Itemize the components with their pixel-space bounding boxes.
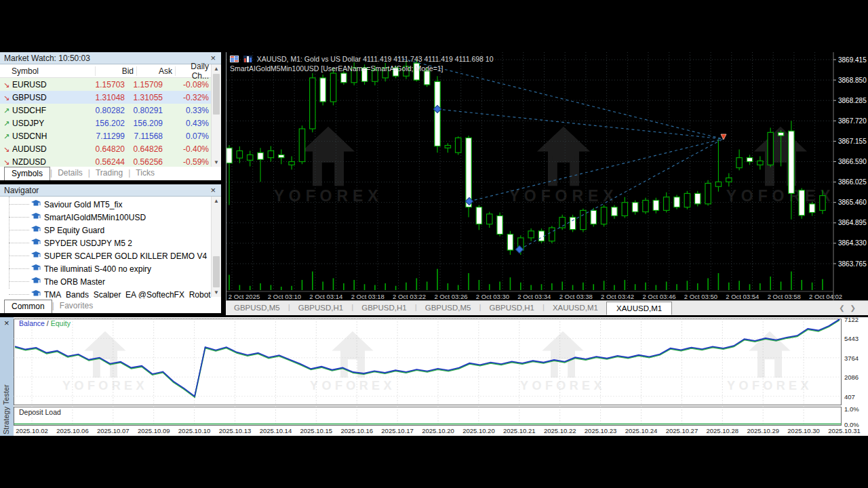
balance-legend: Balance	[19, 319, 45, 327]
market-watch-title: Market Watch: 10:50:03	[4, 54, 90, 63]
navigator-ea-item[interactable]: SPYDER USDJPY M5 2	[0, 237, 221, 249]
navigator-scrollbar[interactable]: ▲ ▼	[211, 197, 221, 297]
chart-tab-gbpusd-h1[interactable]: GBPUSD,H1	[353, 301, 414, 315]
market-watch-row[interactable]: ↘EURUSD1.157031.15709-0.08%	[0, 78, 221, 91]
svg-text:3867.155: 3867.155	[838, 138, 867, 145]
svg-text:7122: 7122	[844, 317, 859, 323]
trend-up-icon: ↗	[3, 106, 12, 115]
tab-common[interactable]: Common	[4, 300, 52, 313]
svg-text:2 Oct 2025: 2 Oct 2025	[229, 293, 260, 300]
scroll-down-icon[interactable]: ▼	[212, 158, 221, 167]
svg-text:3764: 3764	[844, 354, 859, 362]
svg-text:2 Oct 03:14: 2 Oct 03:14	[309, 293, 342, 300]
svg-text:2 Oct 03:30: 2 Oct 03:30	[476, 293, 509, 300]
quotes-grid-icon[interactable]	[230, 56, 239, 64]
chart-tab-gbpusd-m5[interactable]: GBPUSD,M5	[417, 301, 479, 315]
chart-tab-xauusd-m1[interactable]: XAUUSD,M1	[606, 302, 672, 315]
navigator-ea-item[interactable]: The ORB Master	[0, 275, 221, 288]
chart-tab-gbpusd-h1[interactable]: GBPUSD,H1	[290, 301, 351, 315]
yoforex-watermark: YOFOREX	[310, 331, 395, 392]
tester-chart[interactable]: YOFOREXYOFOREXYOFOREXYOFOREX712254433764…	[14, 317, 868, 436]
tab-details[interactable]: Details	[52, 167, 88, 180]
navigator-ea-item[interactable]: The illuminati S-400 no expiry	[0, 262, 221, 275]
svg-text:2025.10.30: 2025.10.30	[787, 427, 820, 434]
svg-text:YOFOREX: YOFOREX	[62, 379, 148, 392]
tester-legend: Balance / Equity	[19, 319, 71, 327]
market-watch-row[interactable]: ↘AUDUSD0.648200.64826-0.40%	[0, 142, 221, 155]
navigator-tree: Saviour Gold MT5_fixSmartAIGoldM5Min100U…	[0, 197, 221, 298]
price-chart[interactable]: YOFOREXYOFOREXYOFOREX3869.4153868.850386…	[226, 52, 868, 300]
navigator-titlebar[interactable]: Navigator ×	[0, 184, 221, 197]
market-watch-header: Symbol Bid Ask Daily Ch...	[0, 64, 221, 78]
scroll-up-icon[interactable]: ▲	[212, 197, 221, 205]
market-watch-row[interactable]: ↘GBPUSD1.310481.31055-0.32%	[0, 91, 221, 104]
close-icon[interactable]: ×	[3, 319, 11, 327]
chart-tab-gbpusd-h1[interactable]: GBPUSD,H1	[481, 301, 542, 315]
scroll-up-icon[interactable]: ▲	[212, 64, 221, 73]
svg-text:2 Oct 03:42: 2 Oct 03:42	[601, 293, 634, 300]
tab-scroll-arrows[interactable]: ❮❯	[839, 301, 868, 315]
chart-tab-xauusd-m1[interactable]: XAUUSD,M1	[545, 301, 606, 315]
market-watch-row[interactable]: ↗USDCNH7.112997.115680.07%	[0, 129, 221, 142]
svg-text:2025.10.20: 2025.10.20	[462, 427, 495, 434]
chart-tab-gbpusd-m5[interactable]: GBPUSD,M5	[226, 301, 288, 315]
trendline	[397, 58, 723, 139]
market-watch-row[interactable]: ↗USDCHF0.802820.802910.33%	[0, 104, 221, 117]
svg-text:YOFOREX: YOFOREX	[727, 379, 812, 392]
yoforex-watermark: YOFOREX	[727, 331, 812, 392]
navigator-ea-item[interactable]: Saviour Gold MT5_fix	[0, 198, 221, 211]
trend-down-icon: ↘	[3, 145, 12, 154]
svg-text:YOFOREX: YOFOREX	[520, 379, 606, 392]
chart-window[interactable]: XAUUSD, M1: Gold vs US Dollar 4111.419 4…	[226, 52, 868, 300]
navigator-ea-item[interactable]: TMA_Bands_Scalper_EA @SoftechFX_Robot	[0, 288, 221, 298]
expert-advisor-icon	[31, 226, 41, 235]
svg-text:2 Oct 03:18: 2 Oct 03:18	[351, 293, 384, 300]
expert-advisor-icon	[31, 200, 41, 209]
svg-text:2086: 2086	[844, 373, 859, 381]
col-symbol[interactable]: Symbol	[0, 66, 96, 76]
svg-text:2 Oct 03:34: 2 Oct 03:34	[517, 293, 551, 300]
market-watch-rows: ↘EURUSD1.157031.15709-0.08%↘GBPUSD1.3104…	[0, 78, 221, 168]
strategy-tester-panel: × Strategy Tester Balance / Equity Depos…	[0, 317, 868, 436]
trendline	[437, 109, 723, 139]
scroll-down-icon[interactable]: ▼	[212, 288, 221, 297]
trend-down-icon: ↘	[3, 81, 12, 89]
trend-up-icon: ↗	[3, 132, 12, 141]
svg-text:2025.10.24: 2025.10.24	[625, 427, 658, 434]
col-ask[interactable]: Ask	[137, 66, 176, 76]
close-icon[interactable]: ×	[209, 186, 217, 195]
col-bid[interactable]: Bid	[96, 66, 137, 76]
navigator-ea-item[interactable]: SP Equity Guard	[0, 224, 221, 237]
svg-text:2025.10.21: 2025.10.21	[503, 427, 536, 434]
market-watch-row[interactable]: ↗USDJPY156.202156.2090.43%	[0, 117, 221, 129]
tester-report-area[interactable]: Balance / Equity Deposit Load YOFOREXYOF…	[14, 317, 868, 436]
navigator-ea-item[interactable]: SUPER SCALPER GOLD KILLER DEMO V4	[0, 249, 221, 262]
svg-text:3869.415: 3869.415	[838, 56, 867, 64]
chart-tab-bar: GBPUSD,M5|GBPUSD,H1|GBPUSD,H1|GBPUSD,M5|…	[226, 300, 868, 315]
tab-symbols[interactable]: Symbols	[4, 167, 50, 180]
svg-text:2025.10.17: 2025.10.17	[381, 427, 414, 434]
expert-advisor-icon	[31, 290, 41, 299]
navigator-ea-item[interactable]: SmartAIGoldM5Min100USD	[0, 211, 221, 224]
tab-ticks[interactable]: Ticks	[130, 167, 160, 180]
strategy-tester-label: Strategy Tester	[2, 353, 10, 434]
mt5-workspace: Market Watch: 10:50:03 × Symbol Bid Ask …	[0, 0, 868, 488]
strategy-tester-strip[interactable]: × Strategy Tester	[0, 317, 14, 436]
yoforex-watermark: YOFOREX	[274, 127, 383, 205]
svg-text:2 Oct 04:02: 2 Oct 04:02	[809, 293, 842, 300]
svg-text:2025.10.14: 2025.10.14	[260, 427, 292, 434]
chart-type-icon[interactable]	[243, 56, 252, 64]
tab-favorites[interactable]: Favorites	[54, 300, 98, 313]
svg-text:3866.025: 3866.025	[838, 178, 867, 186]
svg-text:3868.850: 3868.850	[838, 77, 867, 84]
svg-text:2025.10.09: 2025.10.09	[138, 427, 170, 434]
market-watch-scrollbar[interactable]: ▲ ▼	[211, 64, 221, 167]
svg-text:2025.10.31: 2025.10.31	[828, 427, 861, 434]
market-watch-tabs: Symbols|Details|Trading|Ticks	[0, 167, 221, 180]
expert-advisor-icon	[31, 277, 41, 287]
svg-text:3867.720: 3867.720	[838, 117, 867, 125]
navigator-tabs: Common|Favorites	[0, 298, 221, 313]
svg-text:2025.10.15: 2025.10.15	[300, 427, 333, 434]
tab-trading[interactable]: Trading	[90, 167, 128, 180]
expert-advisor-icon	[31, 213, 41, 222]
